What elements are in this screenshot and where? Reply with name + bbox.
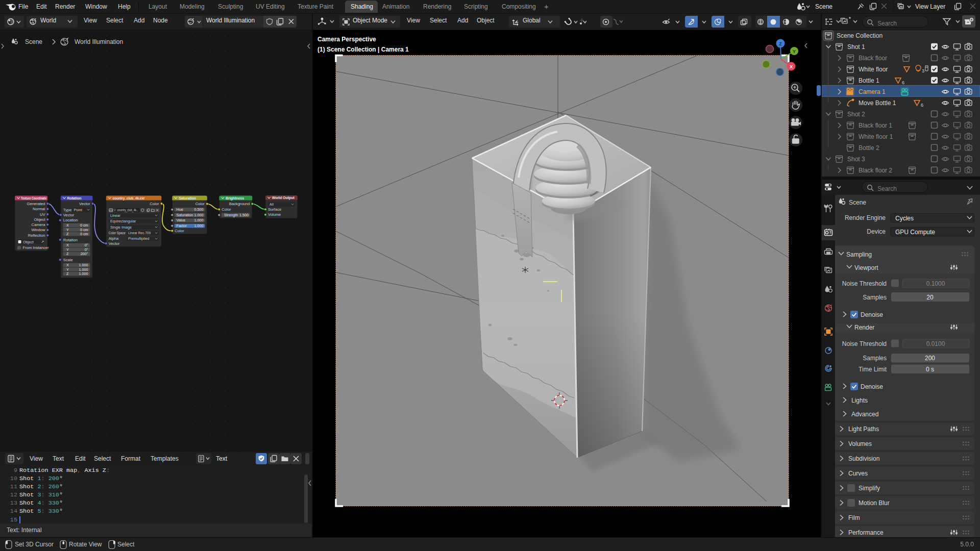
- svg-text:Move Bottle 1: Move Bottle 1: [859, 99, 896, 107]
- svg-text:Viewport: Viewport: [854, 264, 878, 271]
- svg-text:Shot 3: Shot 3: [847, 156, 865, 163]
- svg-text:Black floor 1: Black floor 1: [859, 122, 892, 129]
- svg-text:Z: Z: [66, 252, 69, 256]
- svg-text:Color: Color: [195, 202, 205, 206]
- svg-text:Camera 1: Camera 1: [859, 88, 886, 95]
- svg-text:Object: Object: [23, 240, 34, 244]
- svg-text:0.1000: 0.1000: [926, 280, 945, 287]
- svg-text:Texture Coordinate: Texture Coordinate: [21, 196, 46, 201]
- svg-text:Simplify: Simplify: [859, 485, 880, 492]
- svg-text:All: All: [270, 202, 274, 207]
- svg-text:Subdivision: Subdivision: [848, 455, 879, 462]
- svg-text:Z: Z: [779, 41, 782, 46]
- svg-text:0 cm: 0 cm: [80, 232, 88, 236]
- svg-text:Time Limit: Time Limit: [859, 366, 887, 373]
- svg-text:Vector: Vector: [79, 202, 90, 206]
- svg-text:Generated: Generated: [27, 202, 45, 206]
- svg-text:Bottle 2: Bottle 2: [859, 144, 879, 152]
- svg-text:Light Paths: Light Paths: [848, 425, 879, 433]
- svg-text:Samples: Samples: [863, 294, 887, 301]
- svg-text:Vector: Vector: [63, 213, 75, 217]
- svg-text:Saturation: Saturation: [177, 213, 193, 217]
- svg-text:Volumes: Volumes: [848, 440, 872, 447]
- svg-text:Reflection: Reflection: [28, 233, 45, 238]
- svg-text:1.000: 1.000: [194, 223, 204, 228]
- svg-text:Scene: Scene: [849, 199, 866, 206]
- svg-text:Camera: Camera: [31, 222, 45, 227]
- svg-text:Background: Background: [229, 202, 250, 206]
- svg-text:Linear Rec.709: Linear Rec.709: [128, 231, 151, 235]
- svg-text:(1) Scene Collection | Camera: (1) Scene Collection | Camera 1: [317, 46, 409, 53]
- svg-text:Scale: Scale: [63, 258, 73, 262]
- svg-text:Normal: Normal: [33, 207, 45, 211]
- svg-text:Black floor: Black floor: [859, 55, 887, 62]
- svg-text:Film: Film: [848, 514, 860, 521]
- svg-text:200°: 200°: [81, 252, 88, 256]
- svg-text:Device: Device: [867, 228, 886, 235]
- svg-text:Window: Window: [31, 228, 45, 232]
- svg-text:Denoise: Denoise: [861, 311, 883, 318]
- svg-text:Black floor 2: Black floor 2: [859, 167, 892, 174]
- svg-text:1.000: 1.000: [79, 271, 88, 276]
- svg-text:GPU Compute: GPU Compute: [895, 229, 935, 236]
- svg-text:Color: Color: [222, 207, 231, 212]
- svg-text:Scene Collection: Scene Collection: [837, 32, 883, 39]
- svg-text:Rotation: Rotation: [67, 196, 82, 201]
- svg-text:Sampling: Sampling: [846, 251, 872, 258]
- svg-text:Location: Location: [63, 218, 78, 222]
- svg-text:Single Image: Single Image: [110, 225, 132, 230]
- svg-text:3: 3: [922, 68, 924, 73]
- svg-text:Premultiplied: Premultiplied: [128, 236, 150, 241]
- svg-text:Shot 1: Shot 1: [847, 43, 865, 51]
- svg-text:country_club_4k.exr: country_club_4k.exr: [113, 196, 145, 201]
- svg-text:World Illumination: World Illumination: [75, 38, 123, 45]
- svg-text:Volume: Volume: [268, 212, 281, 217]
- svg-text:Denoise: Denoise: [861, 383, 883, 390]
- svg-text:Z: Z: [66, 271, 69, 276]
- svg-text:Advanced: Advanced: [851, 411, 878, 418]
- svg-text:Scene: Scene: [25, 38, 42, 45]
- svg-text:1.000: 1.000: [194, 213, 204, 217]
- svg-text:Value: Value: [177, 218, 186, 222]
- svg-text:Noise Threshold: Noise Threshold: [842, 340, 887, 347]
- svg-text:From Instancer: From Instancer: [23, 245, 50, 250]
- svg-text:0.0100: 0.0100: [926, 340, 945, 347]
- svg-text:Render: Render: [854, 324, 874, 331]
- svg-text:Hue: Hue: [177, 207, 183, 212]
- svg-text:Surface: Surface: [268, 207, 281, 212]
- svg-text:Alpha: Alpha: [109, 236, 119, 241]
- svg-text:Vector: Vector: [109, 241, 120, 246]
- svg-text:Strength: Strength: [224, 213, 238, 217]
- svg-text:Performance: Performance: [848, 529, 884, 536]
- svg-text:Motion Blur: Motion Blur: [859, 499, 890, 507]
- svg-text:UV: UV: [40, 212, 45, 217]
- svg-text:Bottle 1: Bottle 1: [859, 77, 879, 84]
- svg-text:Factor: Factor: [177, 223, 187, 228]
- svg-text:X: X: [790, 64, 793, 69]
- svg-text:Samples: Samples: [863, 355, 887, 362]
- svg-text:0 s: 0 s: [926, 366, 934, 373]
- svg-text:White floor: White floor: [859, 66, 888, 73]
- svg-text:Cycles: Cycles: [895, 215, 914, 222]
- svg-text:White floor 1: White floor 1: [859, 133, 893, 140]
- svg-text:Color: Color: [150, 202, 159, 206]
- svg-text:Type:: Type:: [63, 208, 73, 212]
- svg-text:Equirectangular: Equirectangular: [110, 219, 136, 223]
- svg-text:Lights: Lights: [851, 397, 868, 404]
- svg-text:Z: Z: [66, 232, 69, 236]
- svg-text:Brightness: Brightness: [226, 196, 244, 201]
- svg-text:Noise Threshold: Noise Threshold: [842, 280, 887, 287]
- svg-text:Camera Perspective: Camera Perspective: [317, 36, 376, 43]
- svg-text:Point: Point: [74, 208, 82, 212]
- svg-text:Color: Color: [175, 229, 184, 233]
- svg-text:1.000: 1.000: [194, 218, 204, 222]
- svg-text:country_club_4k...: country_club_4k...: [117, 208, 139, 212]
- svg-text:Y: Y: [793, 49, 796, 54]
- svg-text:20: 20: [926, 294, 934, 301]
- svg-text:Color Space: Color Space: [109, 231, 126, 235]
- svg-text:6: 6: [902, 80, 904, 85]
- svg-text:1.500: 1.500: [239, 213, 249, 217]
- svg-text:Linear: Linear: [110, 213, 121, 218]
- svg-text:Saturation: Saturation: [179, 196, 196, 201]
- svg-text:Render Engine: Render Engine: [845, 214, 886, 221]
